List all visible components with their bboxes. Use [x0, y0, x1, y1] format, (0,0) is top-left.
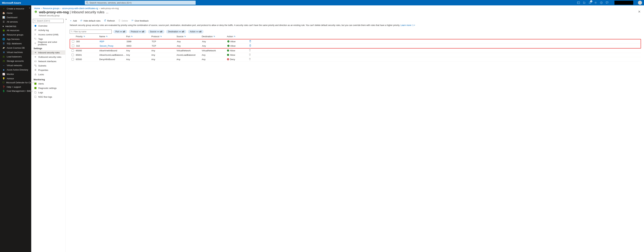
resource-menu-item[interactable]: Network interfaces: [31, 59, 65, 63]
cell-priority: 65500: [76, 58, 99, 61]
delete-row-icon[interactable]: [249, 40, 256, 43]
breadcrumb-home[interactable]: Home: [34, 7, 40, 10]
col-priority[interactable]: Priority: [76, 35, 99, 38]
refresh-button[interactable]: Refresh: [104, 19, 115, 22]
account-slot[interactable]: [614, 1, 633, 5]
resource-menu-item[interactable]: Outbound security rules: [31, 55, 65, 59]
resource-menu-search[interactable]: [33, 19, 64, 23]
nav-label: Advisor: [7, 77, 14, 80]
cloud-shell-icon[interactable]: [577, 1, 580, 4]
resource-menu-collapse-icon[interactable]: «: [66, 18, 67, 252]
resource-menu-item[interactable]: Activity log: [31, 28, 65, 32]
nav-label: App Services: [7, 38, 20, 40]
resource-menu-item[interactable]: Logs: [31, 90, 65, 95]
col-port[interactable]: Port: [126, 35, 151, 38]
resource-menu-item[interactable]: Properties: [31, 68, 65, 72]
resource-menu-item[interactable]: Locks: [31, 72, 65, 77]
leftnav-item[interactable]: 🗃Storage accounts: [0, 59, 31, 63]
leftnav-item[interactable]: 💲Cost Management + Billing: [0, 89, 31, 93]
notifications-icon[interactable]: 3: [588, 1, 591, 4]
leftnav-item[interactable]: ＋Create a resource: [0, 7, 31, 11]
rule-name-filter[interactable]: [70, 30, 112, 34]
table-row[interactable]: 310 Secure_Proxy 8443 TCP Any Any Allow: [70, 44, 641, 48]
leftnav-item[interactable]: 📊Dashboard: [0, 15, 31, 20]
help-icon[interactable]: ?: [600, 1, 603, 4]
settings-icon[interactable]: [594, 1, 597, 4]
resource-menu-item[interactable]: Tags: [31, 37, 65, 41]
give-feedback-button[interactable]: Give feedback: [131, 19, 148, 22]
resource-menu-item[interactable]: Alerts: [31, 81, 65, 86]
hide-default-rules-button[interactable]: Hide default rules: [80, 19, 100, 22]
leftnav-item[interactable]: 💡Advisor: [0, 76, 31, 81]
resource-menu-item[interactable]: Diagnostic settings: [31, 86, 65, 90]
col-source[interactable]: Source: [176, 35, 202, 38]
filter-pill[interactable]: Destination == all: [166, 30, 186, 34]
delete-row-icon[interactable]: [249, 44, 256, 47]
leftnav-item[interactable]: 🪐Azure Cosmos DB: [0, 46, 31, 50]
resource-menu-item[interactable]: Subnets: [31, 63, 65, 68]
row-checkbox[interactable]: [72, 40, 74, 43]
nav-icon: ❓: [2, 85, 5, 88]
row-checkbox[interactable]: [72, 49, 74, 52]
leftnav-item[interactable]: ↔Virtual networks: [0, 63, 31, 67]
leftnav-item[interactable]: 🌐App Services: [0, 37, 31, 41]
leftnav-item[interactable]: ▣Resource groups: [0, 33, 31, 37]
nav-icon: 🗃: [2, 60, 5, 62]
learn-more-link[interactable]: Learn more ☐↗: [400, 24, 415, 27]
col-protocol[interactable]: Protocol: [151, 35, 176, 38]
breadcrumb: Home› Resource groups› azure-proxy-with-…: [31, 6, 644, 10]
breadcrumb-rg[interactable]: Resource groups: [43, 7, 60, 10]
leftnav-collapse-icon[interactable]: «: [29, 7, 30, 9]
leftnav-item[interactable]: 📈Monitor: [0, 72, 31, 76]
rule-name-filter-input[interactable]: [74, 31, 110, 33]
resource-menu-item[interactable]: Diagnose and solve problems: [31, 41, 65, 45]
breadcrumb-rgname[interactable]: azure-proxy-with-client-certificates-rg: [62, 7, 98, 10]
menu-item-label: NSG flow logs: [38, 96, 52, 98]
search-icon: [71, 31, 73, 33]
avatar[interactable]: [638, 1, 642, 5]
resource-menu-item[interactable]: Overview: [31, 24, 65, 28]
resource-menu-search-input[interactable]: [37, 20, 62, 22]
svg-rect-2: [577, 2, 580, 4]
filter-pill[interactable]: Protocol == all: [129, 30, 146, 34]
cell-protocol: Any: [151, 58, 176, 61]
col-action[interactable]: Action: [227, 35, 249, 38]
table-row[interactable]: 300 RDP 3389 TCP Any Any Allow: [70, 39, 641, 44]
title-more-icon[interactable]: …: [106, 11, 108, 14]
leftnav-item[interactable]: 🏠Home: [0, 11, 31, 15]
col-name[interactable]: Name: [99, 35, 126, 38]
directories-icon[interactable]: [583, 1, 586, 4]
leftnav-item[interactable]: ◆Azure Active Directory: [0, 67, 31, 72]
row-checkbox[interactable]: [72, 58, 74, 60]
resource-menu-item[interactable]: Inbound security rules: [31, 50, 65, 55]
leftnav-item[interactable]: 🗄SQL databases: [0, 41, 31, 46]
table-row[interactable]: 65500 DenyAllInBound Any Any Any Any Den…: [70, 57, 641, 62]
row-checkbox[interactable]: [72, 45, 74, 47]
filter-pill[interactable]: Action == all: [188, 30, 204, 34]
filter-pill[interactable]: Source == all: [148, 30, 164, 34]
leftnav-item[interactable]: ⚖Load balancers: [0, 54, 31, 59]
cell-destination: Any: [202, 58, 227, 61]
close-blade-icon[interactable]: [638, 10, 641, 14]
table-row[interactable]: 65000 AllowVnetInBound Any Any VirtualNe…: [70, 49, 641, 53]
global-search-input[interactable]: [90, 2, 194, 4]
filter-pill[interactable]: Port == all: [113, 30, 127, 34]
leftnav-item[interactable]: 🖥Virtual machines: [0, 50, 31, 54]
leftnav-item[interactable]: 🛡Microsoft Defender for Cloud: [0, 81, 31, 85]
leftnav-item[interactable]: ☰All services: [0, 20, 31, 24]
delete-button: Delete: [118, 20, 128, 22]
cell-name[interactable]: RDP: [100, 40, 126, 43]
leftnav-item[interactable]: ❓Help + support: [0, 85, 31, 89]
table-row[interactable]: 65001 AllowAzureLoadBalancerInBound Any …: [70, 53, 641, 57]
cell-destination: VirtualNetwork: [202, 49, 227, 52]
feedback-icon[interactable]: [606, 1, 608, 4]
row-checkbox[interactable]: [72, 54, 74, 56]
add-button[interactable]: ＋Add: [70, 19, 77, 22]
col-destination[interactable]: Destination: [202, 35, 227, 38]
leftnav-item[interactable]: ▦All resources: [0, 28, 31, 33]
global-search[interactable]: [85, 1, 196, 5]
resource-menu-item[interactable]: NSG flow logs: [31, 95, 65, 99]
cell-name[interactable]: Secure_Proxy: [100, 45, 126, 47]
menu-item-label: Outbound security rules: [38, 56, 61, 58]
resource-menu-item[interactable]: Access control (IAM): [31, 32, 65, 37]
